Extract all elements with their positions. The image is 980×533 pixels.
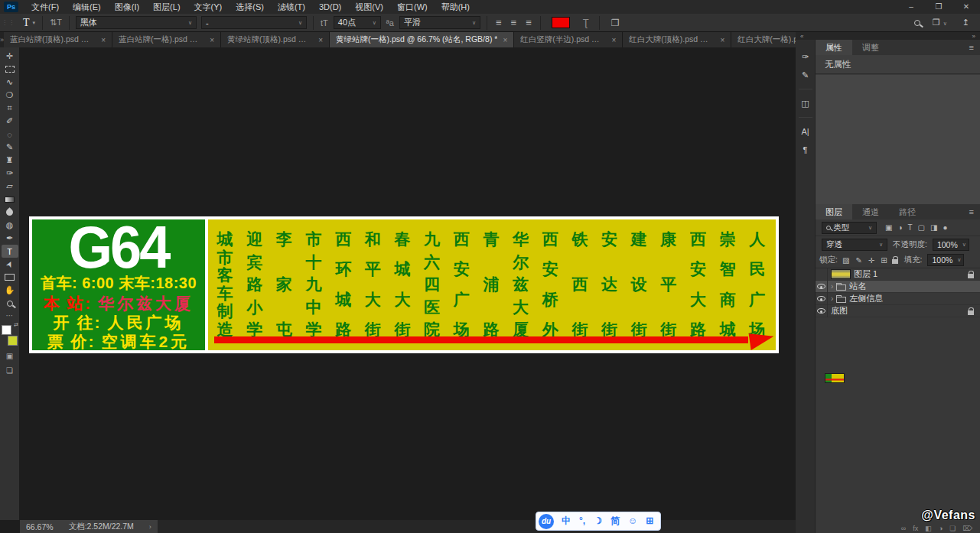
fill-input[interactable]: 100% ∨ <box>927 254 964 266</box>
new-group-icon[interactable]: ❏ <box>949 525 956 532</box>
document-tab[interactable]: 黄绿站牌(顶格).psd @ 66.7...× <box>221 32 330 47</box>
tool-pen[interactable]: ✒ <box>2 232 18 245</box>
tool-spot-healing[interactable]: ◌ <box>2 128 18 141</box>
restore-button[interactable]: ❐ <box>925 0 952 14</box>
menu-item[interactable]: 编辑(E) <box>66 0 108 14</box>
layers-tab-路径[interactable]: 路径 <box>889 204 926 219</box>
tool-eyedropper[interactable]: ✐ <box>2 115 18 128</box>
collapse-panels-icon[interactable]: « <box>800 33 803 40</box>
minimize-button[interactable]: – <box>897 0 925 14</box>
visibility-toggle[interactable] <box>816 268 828 281</box>
text-orientation-icon[interactable]: ⇅T <box>47 18 65 28</box>
menu-item[interactable]: 帮助(H) <box>435 0 477 14</box>
brushes-icon[interactable]: ✎ <box>796 66 815 84</box>
visibility-toggle[interactable] <box>816 305 828 317</box>
close-button[interactable]: ✕ <box>952 0 980 14</box>
adjustment-layer-filter-icon[interactable]: ◑ <box>896 223 903 232</box>
menu-item[interactable]: 3D(D) <box>312 0 348 14</box>
quick-mask-icon[interactable]: ▣ <box>6 352 13 360</box>
menu-item[interactable]: 文件(F) <box>24 0 66 14</box>
lock-all-icon[interactable] <box>892 259 898 264</box>
smart-object-filter-icon[interactable]: ◨ <box>929 223 939 232</box>
tab-close-icon[interactable]: × <box>318 36 323 44</box>
lock-position-icon[interactable]: ✛ <box>867 256 876 265</box>
chinese-mode-icon[interactable]: 中 <box>562 512 571 531</box>
paragraph-panel-icon[interactable]: ¶ <box>796 141 815 159</box>
tool-crop[interactable]: ⌗ <box>2 102 18 115</box>
align-center-icon[interactable]: ≡ <box>511 17 517 28</box>
group-expand-icon[interactable]: › <box>831 282 833 291</box>
tab-close-icon[interactable]: × <box>720 36 724 44</box>
keyboard-grid-icon[interactable]: ⊞ <box>646 512 653 531</box>
menu-item[interactable]: 视图(V) <box>348 0 390 14</box>
layer-row[interactable]: ›左侧信息 <box>816 293 980 305</box>
share-icon[interactable]: ↥ <box>962 18 969 28</box>
user-profile-icon[interactable]: ☺ <box>628 512 637 531</box>
group-expand-icon[interactable]: › <box>831 294 833 303</box>
layers-tab-通道[interactable]: 通道 <box>852 204 889 219</box>
properties-tab-调整[interactable]: 调整 <box>852 40 889 55</box>
font-size-select[interactable]: 40点 ∨ <box>334 16 381 29</box>
tool-brush[interactable]: ✎ <box>2 141 18 154</box>
lock-pixels-icon[interactable]: ✎ <box>854 256 863 265</box>
layer-mask-icon[interactable]: ◧ <box>925 525 932 532</box>
clone-source-icon[interactable]: ◫ <box>796 94 815 112</box>
opacity-input[interactable]: 100% ∨ <box>933 239 969 251</box>
layer-row[interactable]: 底图 <box>816 305 980 317</box>
screen-mode-icon[interactable]: ❏ <box>6 366 13 375</box>
status-expand-icon[interactable]: › <box>149 523 151 531</box>
bus-sign-document[interactable]: G64 首车: 6:00 末车:18:30 本 站:华尔兹大厦开 往:人民广场票… <box>29 216 779 353</box>
swap-colors-icon[interactable]: ⇄ <box>14 322 18 328</box>
align-right-icon[interactable]: ≡ <box>526 17 532 28</box>
menu-item[interactable]: 滤镜(T) <box>271 0 312 14</box>
tool-caret-icon[interactable]: ▾ <box>33 20 36 26</box>
zoom-level[interactable]: 66.67% <box>26 522 54 531</box>
tab-close-icon[interactable]: × <box>101 36 106 44</box>
tool-gradient[interactable] <box>2 193 18 206</box>
link-layers-icon[interactable]: ∞ <box>901 525 906 532</box>
document-tab[interactable]: 红白竖牌(半边).psd @ 25% ...× <box>514 32 623 47</box>
document-tab[interactable]: 蓝白站牌(一格).psd @ 66.7...× <box>112 32 221 47</box>
font-style-select[interactable]: - ∨ <box>201 16 307 29</box>
delete-layer-icon[interactable]: ⌦ <box>962 525 972 532</box>
font-family-select[interactable]: 黑体 ∨ <box>76 16 197 29</box>
warp-text-icon[interactable]: Ʈ <box>583 17 589 28</box>
search-icon[interactable] <box>914 20 920 26</box>
layer-row[interactable]: 图层 1 <box>816 268 980 281</box>
tab-close-icon[interactable]: × <box>611 36 616 44</box>
brush-settings-icon[interactable]: ✑ <box>796 47 815 66</box>
edit-toolbar-icon[interactable]: ⋯ <box>6 311 14 320</box>
tool-history-brush[interactable]: ✑ <box>2 167 18 180</box>
document-tab[interactable]: 蓝白站牌(顶格).psd @ 100...× <box>4 32 112 47</box>
menu-item[interactable]: 文字(Y) <box>187 0 230 14</box>
text-color-swatch[interactable] <box>552 17 570 28</box>
tool-lasso[interactable]: ∿ <box>2 76 18 89</box>
tab-close-icon[interactable]: × <box>210 36 214 44</box>
tool-rectangle[interactable] <box>2 271 18 284</box>
visibility-toggle[interactable] <box>816 293 828 305</box>
panel-menu-icon[interactable]: ≡ <box>963 40 980 55</box>
filter-toggle-icon[interactable]: ● <box>942 223 949 232</box>
menu-item[interactable]: 图层(L) <box>146 0 187 14</box>
foreground-color-swatch[interactable] <box>2 325 11 335</box>
layers-tab-图层[interactable]: 图层 <box>816 204 852 219</box>
menu-item[interactable]: 窗口(W) <box>390 0 435 14</box>
workspace-icon[interactable]: ❐ ∨ <box>933 18 950 28</box>
tool-clone-stamp[interactable]: ♜ <box>2 154 18 167</box>
half-full-width-moon-icon[interactable]: ☽ <box>594 512 602 531</box>
tool-path-selection[interactable]: ➤ <box>2 258 18 271</box>
tool-eraser[interactable]: ▱ <box>2 180 18 193</box>
tool-move[interactable]: ✛ <box>2 50 18 63</box>
properties-tab-属性[interactable]: 属性 <box>816 40 852 55</box>
layer-filter-select[interactable]: 类型 ∨ <box>822 222 877 234</box>
menu-item[interactable]: 图像(I) <box>108 0 146 14</box>
layer-row[interactable]: ›站名 <box>816 281 980 293</box>
type-layer-filter-icon[interactable]: T <box>907 223 914 232</box>
baidu-ime-logo[interactable]: du <box>539 514 554 529</box>
document-tab[interactable]: 黄绿站牌(一格).psd @ 66.7% (站名, RGB/8) *× <box>330 32 514 47</box>
character-panel-icon[interactable]: A| <box>796 122 815 141</box>
toggle-panels-icon[interactable]: ❐ <box>611 18 620 28</box>
background-color-swatch[interactable] <box>8 336 18 346</box>
tool-hand[interactable]: ✋ <box>2 284 18 297</box>
tool-type[interactable]: T <box>2 245 18 258</box>
